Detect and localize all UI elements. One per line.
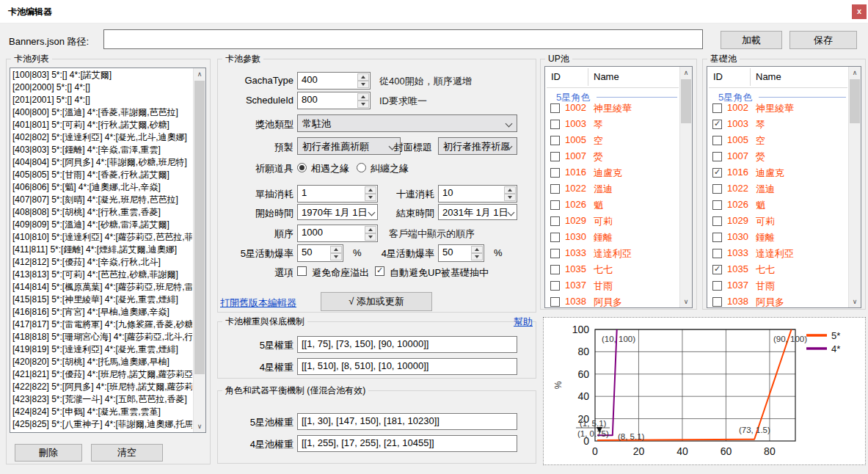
pool-list-scrollbar[interactable]: ∧ ∨ <box>193 68 205 432</box>
banner-list-item[interactable]: [200|2000] 5*:[] 4*:[] <box>10 81 192 94</box>
banner-list-item[interactable]: [405|805] 5*:[甘雨] 4*:[香菱,行秋,諾艾爾] <box>10 169 192 181</box>
rate5-input[interactable]: 50 <box>297 244 343 262</box>
scroll-up-icon[interactable]: ∧ <box>849 67 861 79</box>
pool-row-checkbox[interactable] <box>550 249 560 258</box>
banner-list-item[interactable]: [201|2001] 5*:[] 4*:[] <box>10 94 192 106</box>
banner-list-item[interactable]: [415|815] 5*:[神里綾華] 4*:[凝光,重雲,煙緋] <box>10 293 192 306</box>
banner-list-item[interactable]: [413|813] 5*:[可莉] 4*:[芭芭拉,砂糖,菲謝爾] <box>10 269 192 281</box>
pool-row-checkbox[interactable] <box>550 120 560 129</box>
scroll-down-icon[interactable]: ∨ <box>849 296 861 307</box>
up-pool-scrollbar[interactable]: ∧ ∨ <box>679 67 692 307</box>
spin-up-button[interactable] <box>357 93 369 101</box>
cover-title-select[interactable]: 初行者推荐祈愿 <box>438 137 517 155</box>
pool-row-checkbox[interactable] <box>712 281 722 291</box>
pool-row-checkbox[interactable] <box>550 216 560 226</box>
pool-weight4-input[interactable]: [[1, 255], [17, 255], [21, 10455]] <box>297 435 517 452</box>
pool-weight5-input[interactable]: [[1, 30], [147, 150], [181, 10230]] <box>297 413 517 430</box>
pool-listbox[interactable]: [100|803] 5*:[] 4*:[諾艾爾][200|2000] 5*:[]… <box>10 68 206 433</box>
preset-select[interactable]: 初行者推薦祈願 <box>297 137 401 155</box>
spin-up-button[interactable] <box>504 186 516 194</box>
pool-row-checkbox[interactable] <box>550 233 560 242</box>
wish-item-radio-1[interactable] <box>297 163 307 172</box>
pool-row-checkbox[interactable] <box>712 297 722 307</box>
banner-list-item[interactable]: [418|818] 5*:[珊瑚宮心海] 4*:[蘿莎莉亞,北斗,行秋] <box>10 331 192 343</box>
add-or-update-button[interactable]: √ 添加或更新 <box>321 292 432 311</box>
pool-row-checkbox[interactable] <box>712 216 722 226</box>
help-link[interactable]: 幫助 <box>514 316 533 329</box>
pool-row-checkbox[interactable] <box>712 233 722 242</box>
pool-row-checkbox[interactable] <box>712 103 722 113</box>
banner-list-item[interactable]: [410|810] 5*:[達達利亞] 4*:[蘿莎莉亞,芭芭拉,菲謝爾] <box>10 231 192 244</box>
ten-cost-input[interactable]: 10 <box>438 185 517 203</box>
pool-row-checkbox[interactable] <box>550 136 560 145</box>
banner-list-item[interactable]: [421|821] 5*:[優菈] 4*:[班尼特,諾艾爾,蘿莎莉亞] <box>10 368 192 381</box>
scroll-up-icon[interactable]: ∧ <box>680 67 692 79</box>
end-time-picker[interactable]: 2031年 1月 1日 <box>438 204 517 220</box>
gachatype-input[interactable]: 400 <box>297 72 371 90</box>
rate4-input[interactable]: 50 <box>438 244 484 262</box>
spin-up-button[interactable] <box>365 226 376 233</box>
pool-row-checkbox[interactable] <box>550 281 560 291</box>
avoid-constellation-label[interactable]: 避免命座溢出 <box>312 266 369 280</box>
scroll-thumb[interactable] <box>681 79 691 123</box>
wish-item-option-1[interactable]: 相遇之緣 <box>311 162 349 175</box>
auto-avoid-up-label[interactable]: 自動避免UP被基礎抽中 <box>390 266 489 280</box>
pool-row-checkbox[interactable] <box>712 265 722 274</box>
pool-row-checkbox[interactable] <box>550 103 560 113</box>
pool-row-checkbox[interactable] <box>550 265 560 274</box>
wish-item-option-2[interactable]: 糾纏之緣 <box>371 162 409 175</box>
pool-row-checkbox[interactable] <box>550 184 560 194</box>
pool-row-checkbox[interactable] <box>712 152 722 161</box>
banner-list-item[interactable]: [422|822] 5*:[阿貝多] 4*:[班尼特,諾艾爾,蘿莎莉亞] <box>10 381 192 393</box>
spin-up-button[interactable] <box>357 73 369 81</box>
banner-list-item[interactable]: [412|812] 5*:[優菈] 4*:[辛焱,行秋,北斗] <box>10 256 192 269</box>
spin-down-button[interactable] <box>357 81 369 88</box>
order-input[interactable]: 1000 <box>297 225 378 242</box>
pool-row-checkbox[interactable] <box>550 168 560 178</box>
spin-up-button[interactable] <box>471 246 483 253</box>
avoid-constellation-checkbox[interactable] <box>297 266 307 276</box>
pool-row-checkbox[interactable] <box>712 120 722 129</box>
spin-down-button[interactable] <box>330 253 342 260</box>
spin-up-button[interactable] <box>330 246 342 253</box>
banner-list-item[interactable]: [401|801] 5*:[可莉] 4*:[行秋,諾艾爾,砂糖] <box>10 119 192 131</box>
pool-row-checkbox[interactable] <box>712 200 722 210</box>
pool-row-checkbox[interactable] <box>712 136 722 145</box>
banner-list-item[interactable]: [424|824] 5*:[申鶴] 4*:[凝光,重雲,雲堇] <box>10 406 192 418</box>
banner-list-item[interactable]: [411|811] 5*:[鍾離] 4*:[煙緋,諾艾爾,迪奧娜] <box>10 244 192 256</box>
banner-list-item[interactable]: [417|817] 5*:[雷電將軍] 4*:[九條裟羅,香菱,砂糖] <box>10 318 192 331</box>
pool-row-checkbox[interactable] <box>712 249 722 258</box>
close-button[interactable]: x <box>852 4 867 19</box>
weight5-input[interactable]: [[1, 75], [73, 150], [90, 10000]] <box>297 336 517 353</box>
banner-list-item[interactable]: [402|802] 5*:[達達利亞] 4*:[凝光,北斗,迪奧娜] <box>10 131 192 144</box>
pool-row-checkbox[interactable] <box>712 168 722 178</box>
delete-button[interactable]: 刪除 <box>15 444 82 462</box>
open-old-editor-link[interactable]: 打開舊版本編輯器 <box>220 296 296 310</box>
banner-list-item[interactable]: [416|816] 5*:[宵宮] 4*:[早柚,迪奧娜,辛焱] <box>10 306 192 318</box>
banner-list-item[interactable]: [404|804] 5*:[阿貝多] 4*:[菲謝爾,砂糖,班尼特] <box>10 156 192 169</box>
load-button[interactable]: 加載 <box>721 31 782 49</box>
pool-row-checkbox[interactable] <box>550 297 560 307</box>
scroll-down-icon[interactable]: ∨ <box>194 420 205 432</box>
spin-down-button[interactable] <box>471 253 483 260</box>
banner-list-item[interactable]: [425|825] 5*:[八重神子] 4*:[菲謝爾,迪奧娜,托馬] <box>10 418 192 431</box>
banner-list-item[interactable]: [100|803] 5*:[] 4*:[諾艾爾] <box>10 69 192 81</box>
spin-down-button[interactable] <box>365 233 376 241</box>
pool-row-checkbox[interactable] <box>550 200 560 210</box>
path-input[interactable] <box>103 29 703 49</box>
scroll-up-icon[interactable]: ∧ <box>194 68 205 80</box>
scroll-thumb[interactable] <box>194 81 205 374</box>
auto-avoid-up-checkbox[interactable] <box>375 266 384 276</box>
scroll-thumb[interactable] <box>850 79 860 123</box>
banner-list-item[interactable]: [403|803] 5*:[鍾離] 4*:[辛焱,雷澤,重雲] <box>10 144 192 156</box>
clear-button[interactable]: 清空 <box>91 444 163 462</box>
banner-list-item[interactable]: [406|806] 5*:[魈] 4*:[迪奧娜,北斗,辛焱] <box>10 181 192 194</box>
save-button[interactable]: 保存 <box>789 31 857 49</box>
pool-type-select[interactable]: 常駐池 <box>297 114 517 132</box>
banner-list-item[interactable]: [420|820] 5*:[胡桃] 4*:[托馬,迪奧娜,早柚] <box>10 356 192 368</box>
banner-list-item[interactable]: [400|800] 5*:[溫迪] 4*:[香菱,菲謝爾,芭芭拉] <box>10 106 192 119</box>
weight4-input[interactable]: [[1, 510], [8, 510], [10, 10000]] <box>297 358 517 375</box>
spin-down-button[interactable] <box>504 194 516 201</box>
base-pool-scrollbar[interactable]: ∧ ∨ <box>848 67 861 307</box>
banner-list-item[interactable]: [414|814] 5*:[楓原萬葉] 4*:[蘿莎莉亞,班尼特,雷澤] <box>10 281 192 293</box>
